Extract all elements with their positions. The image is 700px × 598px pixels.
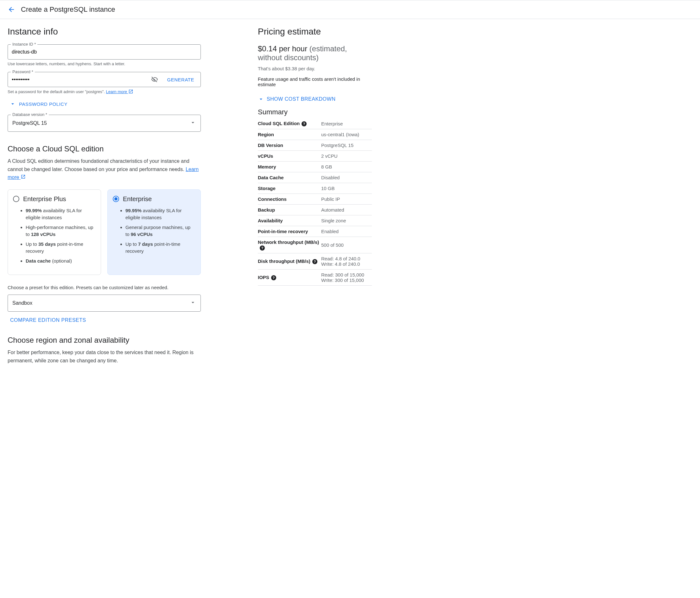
page-title: Create a PostgreSQL instance xyxy=(21,5,115,14)
instance-id-field: Instance ID * xyxy=(8,44,201,59)
radio-selected-icon xyxy=(113,196,119,202)
heading-pricing: Pricing estimate xyxy=(258,27,372,37)
compare-presets-button[interactable]: COMPARE EDITION PRESETS xyxy=(10,317,201,323)
db-version-label: Database version * xyxy=(11,112,49,117)
feature-list: 99.95% availability SLA for eligible ins… xyxy=(113,207,195,255)
heading-edition: Choose a Cloud SQL edition xyxy=(8,145,201,153)
db-version-field: Database version * PostgreSQL 15 xyxy=(8,115,201,132)
table-row: Cloud SQL Edition?Enterprise xyxy=(258,118,372,129)
table-row: AvailabilitySingle zone xyxy=(258,216,372,226)
instance-id-helper: Use lowercase letters, numbers, and hyph… xyxy=(8,61,201,66)
help-icon[interactable]: ? xyxy=(271,275,276,280)
external-link-icon xyxy=(21,174,26,182)
password-input[interactable] xyxy=(8,72,148,87)
instance-id-label: Instance ID * xyxy=(11,42,38,47)
region-desc: For better performance, keep your data c… xyxy=(8,348,201,365)
card-title: Enterprise xyxy=(123,195,152,203)
table-row: ConnectionsPublic IP xyxy=(258,194,372,205)
heading-instance-info: Instance info xyxy=(8,27,201,37)
chevron-down-icon xyxy=(190,119,196,127)
card-title: Enterprise Plus xyxy=(23,195,66,203)
password-field: Password * GENERATE xyxy=(8,72,201,87)
table-row: BackupAutomated xyxy=(258,205,372,216)
pricing-column: Pricing estimate $0.14 per hour (estimat… xyxy=(258,27,372,365)
table-row: Disk throughput (MB/s)?Read: 4.8 of 240.… xyxy=(258,253,372,270)
table-row: Memory8 GB xyxy=(258,161,372,172)
db-version-select[interactable]: PostgreSQL 15 xyxy=(8,115,201,132)
help-icon[interactable]: ? xyxy=(302,121,307,126)
price-per-day: That's about $3.38 per day. xyxy=(258,66,372,71)
table-row: Network throughput (MB/s)?500 of 500 xyxy=(258,237,372,253)
preset-label: Choose a preset for this edition. Preset… xyxy=(8,284,201,291)
instance-id-input[interactable] xyxy=(8,44,201,59)
table-row: vCPUs2 vCPU xyxy=(258,151,372,161)
edition-card-enterprise-plus[interactable]: Enterprise Plus 99.99% availability SLA … xyxy=(8,190,101,275)
price-note: Feature usage and traffic costs aren't i… xyxy=(258,76,372,87)
form-column: Instance info Instance ID * Use lowercas… xyxy=(8,27,201,365)
password-policy-toggle[interactable]: PASSWORD POLICY xyxy=(9,101,201,107)
help-icon[interactable]: ? xyxy=(260,246,265,251)
chevron-down-icon xyxy=(190,299,196,307)
help-icon[interactable]: ? xyxy=(312,259,317,264)
password-policy-label: PASSWORD POLICY xyxy=(19,101,68,107)
edition-card-enterprise[interactable]: Enterprise 99.95% availability SLA for e… xyxy=(107,190,201,275)
table-row: Point-in-time recoveryEnabled xyxy=(258,226,372,237)
back-arrow-icon[interactable] xyxy=(8,6,15,13)
page-header: Create a PostgreSQL instance xyxy=(0,0,700,19)
edition-desc: A Cloud SQL edition determines foundatio… xyxy=(8,157,201,182)
feature-list: 99.99% availability SLA for eligible ins… xyxy=(13,207,96,265)
table-row: Storage10 GB xyxy=(258,183,372,194)
learn-more-link[interactable]: Learn more xyxy=(106,89,133,94)
generate-button[interactable]: GENERATE xyxy=(161,77,200,82)
password-helper: Set a password for the default admin use… xyxy=(8,89,201,95)
table-row: Data CacheDisabled xyxy=(258,172,372,183)
heading-summary: Summary xyxy=(258,108,372,116)
db-version-value: PostgreSQL 15 xyxy=(12,120,47,126)
heading-region: Choose region and zonal availability xyxy=(8,336,201,345)
table-row: Regionus-central1 (Iowa) xyxy=(258,129,372,140)
password-label: Password * xyxy=(11,69,35,74)
table-row: DB VersionPostgreSQL 15 xyxy=(258,140,372,151)
price-per-hour: $0.14 per hour (estimated, without disco… xyxy=(258,44,372,62)
table-row: IOPS?Read: 300 of 15,000Write: 300 of 15… xyxy=(258,270,372,286)
preset-value: Sandbox xyxy=(12,300,32,306)
external-link-icon xyxy=(128,89,133,95)
summary-table: Cloud SQL Edition?Enterprise Regionus-ce… xyxy=(258,118,372,286)
preset-select[interactable]: Sandbox xyxy=(8,295,201,312)
visibility-off-icon[interactable] xyxy=(148,76,161,83)
show-cost-breakdown-toggle[interactable]: SHOW COST BREAKDOWN xyxy=(258,96,372,102)
radio-icon xyxy=(13,196,19,202)
